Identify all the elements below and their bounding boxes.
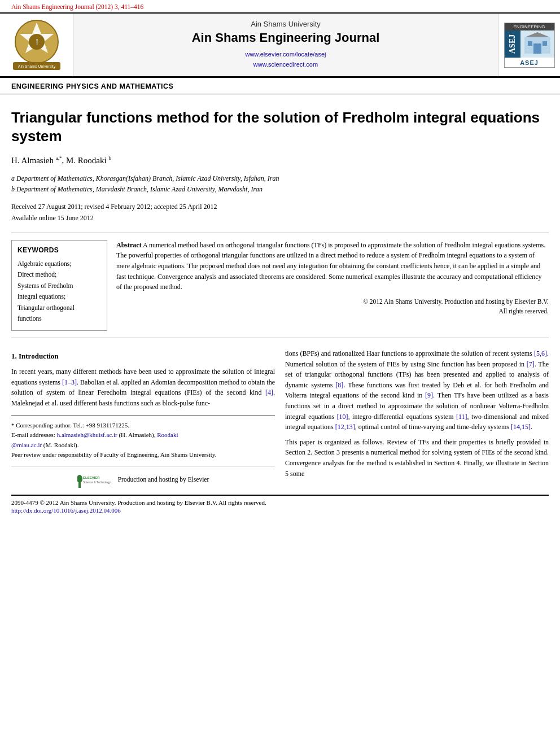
svg-text:ELSEVIER: ELSEVIER [83,476,100,479]
journal-header-center: Ain Shams University Ain Shams Engineeri… [73,14,498,76]
left-column: 1. Introduction In recent years, many di… [11,348,275,489]
paper-authors: H. Almasieh a,*, M. Roodaki b [11,155,549,165]
copyright-text: © 2012 Ain Shams University. Production … [116,297,549,317]
footer-doi: http://dx.doi.org/10.1016/j.asej.2012.04… [11,507,549,514]
svg-rect-8 [533,43,541,54]
affiliation-a: a Department of Mathematics, Khorasgan(I… [11,173,549,184]
intro-heading: 1. Introduction [11,351,275,362]
ref-11: [11] [456,413,467,421]
affiliation-b: b Department of Mathematics, Marvdasht B… [11,184,549,195]
url1: www.elsevier.com/locate/asej [245,50,326,60]
svg-text:Science & Technology: Science & Technology [83,480,111,484]
university-logo-left: أ Ain Shams University [0,14,73,76]
svg-text:أ: أ [36,38,37,46]
ref-14-15: [14,15] [511,423,531,431]
footer-issn: 2090-4479 © 2012 Ain Shams University. P… [11,499,549,506]
ref-10: [10] [337,413,348,421]
page: Ain Shams Engineering Journal (2012) 3, … [0,0,560,747]
keywords-box: KEYWORDS Algebraic equations; Direct met… [11,240,107,331]
journal-logo-right: ENGINEERING ASEJ ASEJ [498,14,560,76]
keywords-title: KEYWORDS [18,246,101,254]
author-sup-b: b [108,155,111,161]
footnote-emails: E-mail addresses: h.almasieh@khuisf.ac.i… [11,430,275,450]
ain-shams-logo-svg: أ Ain Shams University [8,18,65,72]
ref-8: [8] [335,381,343,389]
asej-engineering-label: ENGINEERING [505,23,554,30]
keyword-2: Direct method; [18,269,101,281]
asej-bottom-text: ASEJ [520,58,539,67]
author-almasieh: H. Almasieh a,* [11,156,62,165]
abstract-text-box: Abstract A numerical method based on ort… [116,240,549,331]
url2: www.sciencedirect.com [245,60,326,70]
right-column: tions (BPFs) and rationalized Haar funct… [285,348,549,489]
ref-5-6: [5,6] [534,350,547,357]
abstract-body: A numerical method based on orthogonal t… [116,241,545,291]
university-name: Ain Shams University [251,20,321,28]
journal-title: Ain Shams Engineering Journal [192,30,380,45]
keyword-4: Triangular orthogonalfunctions [18,303,101,325]
ref-12-13: [12,13] [335,423,355,431]
ref-9: [9] [425,391,433,399]
svg-marker-7 [526,32,549,37]
journal-header: أ Ain Shams University Ain Shams Univers… [0,12,560,78]
asej-image [520,30,554,58]
section-label: ENGINEERING PHYSICS AND MATHEMATICS [0,78,560,94]
elsevier-footer: ELSEVIER Science & Technology Production… [11,466,275,489]
abstract-label: Abstract [116,241,142,249]
intro-para-col2-2: This paper is organized as follows. Revi… [285,437,549,479]
page-footer: 2090-4479 © 2012 Ain Shams University. P… [11,495,549,516]
dates-received: Received 27 August 2011; revised 4 Febru… [11,202,549,223]
ref-4: [4] [265,388,273,396]
available-online-text: Available online 15 June 2012 [11,213,549,224]
author-roodaki: M. Roodaki b [66,156,111,165]
asej-logo: ENGINEERING ASEJ ASEJ [504,23,555,68]
svg-rect-11 [77,471,111,489]
paper-content: Triangular functions method for the solu… [0,94,560,495]
ref-1-3: [1–3] [62,378,77,386]
email-link-1[interactable]: h.almasieh@khuisf.ac.ir [57,431,117,438]
footnote-area: * Corresponding author. Tel.: +98 913117… [11,416,275,460]
affiliations: a Department of Mathematics, Khorasgan(I… [11,173,549,195]
intro-para-1: In recent years, many different methods … [11,366,275,408]
abstract-section: KEYWORDS Algebraic equations; Direct met… [11,233,549,338]
keyword-1: Algebraic equations; [18,259,101,270]
body-columns: 1. Introduction In recent years, many di… [11,348,549,489]
asej-middle: ASEJ [505,30,554,58]
svg-text:Ain Shams University: Ain Shams University [18,64,55,69]
author-sup-a: a,* [56,155,62,161]
ref-7: [7] [527,360,535,368]
paper-title: Triangular functions method for the solu… [11,108,549,145]
citation-text: Ain Shams Engineering Journal (2012) 3, … [11,3,143,10]
elsevier-logo-svg: ELSEVIER Science & Technology [77,471,111,489]
footnote-corresponding: * Corresponding author. Tel.: +98 913117… [11,421,275,431]
footer-elsevier-text: Production and hosting by Elsevier [118,475,209,485]
journal-urls: www.elsevier.com/locate/asej www.science… [245,50,326,69]
top-citation: Ain Shams Engineering Journal (2012) 3, … [0,0,560,12]
asej-side-label: ASEJ [505,30,520,58]
footnote-peer: Peer review under responsibility of Facu… [11,450,275,460]
keyword-3: Systems of Fredholmintegral equations; [18,281,101,303]
intro-para-col2-1: tions (BPFs) and rationalized Haar funct… [285,348,549,433]
keywords-list: Algebraic equations; Direct method; Syst… [18,259,101,325]
svg-rect-9 [528,41,532,46]
svg-rect-10 [542,41,547,46]
dates-text: Received 27 August 2011; revised 4 Febru… [11,202,549,212]
